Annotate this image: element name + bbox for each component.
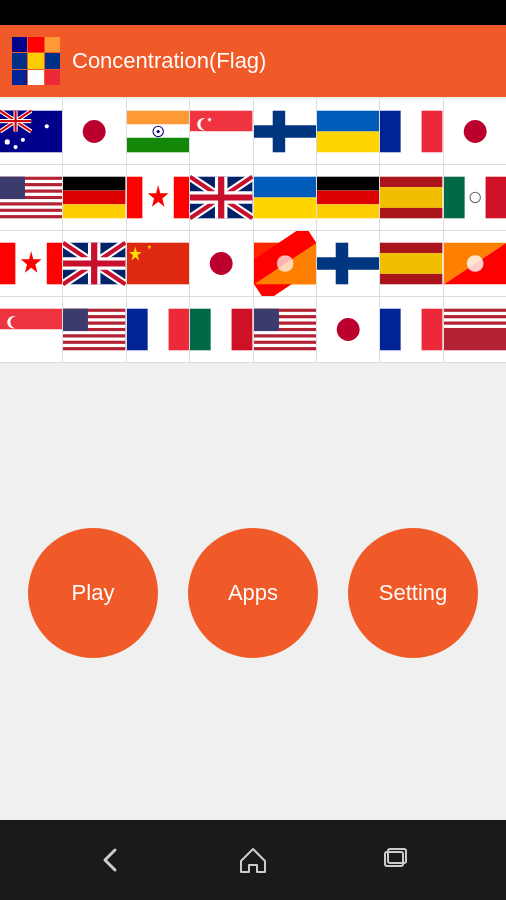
flag-japan-3[interactable]: [190, 231, 253, 296]
svg-rect-134: [380, 309, 401, 351]
flag-mexico-2[interactable]: [190, 297, 253, 362]
flag-uk-2[interactable]: [63, 231, 126, 296]
svg-rect-131: [254, 309, 279, 331]
svg-rect-41: [0, 206, 62, 209]
flag-china-1[interactable]: [127, 231, 190, 296]
svg-rect-69: [464, 177, 485, 219]
flag-finland-1[interactable]: [254, 99, 317, 164]
buttons-area: Play Apps Setting: [0, 468, 506, 718]
svg-rect-100: [380, 243, 442, 253]
svg-rect-46: [63, 204, 125, 218]
svg-rect-45: [63, 191, 125, 205]
nav-bar: [0, 820, 506, 900]
status-bar: [0, 0, 506, 25]
svg-rect-66: [380, 187, 442, 208]
flag-japan-1[interactable]: [63, 99, 126, 164]
svg-rect-18: [127, 138, 189, 153]
svg-rect-49: [174, 177, 190, 219]
flag-canada-2[interactable]: [0, 231, 63, 296]
home-button[interactable]: [228, 835, 278, 885]
flag-france-3[interactable]: [380, 297, 443, 362]
svg-rect-85: [127, 243, 189, 285]
svg-rect-107: [0, 330, 62, 351]
svg-point-13: [45, 124, 49, 128]
svg-rect-116: [63, 344, 125, 347]
svg-rect-119: [148, 309, 169, 351]
flag-partial-1[interactable]: [444, 297, 506, 362]
flag-usa-2[interactable]: [63, 297, 126, 362]
svg-rect-63: [317, 191, 379, 205]
svg-point-15: [83, 120, 106, 143]
svg-point-11: [14, 145, 18, 149]
svg-point-20: [156, 130, 159, 133]
play-button[interactable]: Play: [28, 528, 158, 658]
flag-germany-1[interactable]: [63, 165, 126, 230]
svg-rect-61: [254, 198, 316, 219]
back-button[interactable]: [86, 835, 136, 885]
svg-rect-65: [380, 177, 442, 187]
svg-point-10: [5, 139, 10, 144]
flag-france-1[interactable]: [380, 99, 443, 164]
svg-rect-129: [254, 338, 316, 341]
svg-rect-40: [0, 199, 62, 202]
svg-rect-42: [0, 212, 62, 215]
svg-marker-141: [241, 849, 265, 872]
svg-rect-16: [127, 111, 189, 126]
recents-button[interactable]: [370, 835, 420, 885]
flag-spain-1[interactable]: [380, 165, 443, 230]
svg-point-96: [276, 255, 293, 272]
flag-singapore-1[interactable]: [190, 99, 253, 164]
flag-bhutan-1[interactable]: [254, 231, 317, 296]
svg-rect-47: [127, 177, 143, 219]
flag-india-1[interactable]: [127, 99, 190, 164]
flag-mexico-1[interactable]: [444, 165, 506, 230]
svg-rect-62: [317, 177, 379, 191]
flag-spain-2[interactable]: [380, 231, 443, 296]
svg-rect-123: [232, 309, 253, 351]
svg-point-24: [201, 118, 213, 130]
svg-point-109: [10, 316, 22, 328]
flag-japan-4[interactable]: [317, 297, 380, 362]
flag-bhutan-2[interactable]: [444, 231, 506, 296]
flag-ukraine-1[interactable]: [317, 99, 380, 164]
svg-rect-74: [47, 243, 63, 285]
flag-japan-2[interactable]: [444, 99, 506, 164]
svg-rect-128: [254, 331, 316, 334]
svg-rect-115: [63, 338, 125, 341]
svg-rect-99: [336, 243, 348, 285]
flag-germany-2[interactable]: [317, 165, 380, 230]
app-bar: Concentration(Flag): [0, 25, 506, 97]
svg-rect-60: [254, 177, 316, 198]
flag-usa-3[interactable]: [254, 297, 317, 362]
flag-finland-2[interactable]: [317, 231, 380, 296]
flag-canada-1[interactable]: [127, 165, 190, 230]
flag-australia-1[interactable]: [0, 99, 63, 164]
svg-rect-130: [254, 344, 316, 347]
setting-button[interactable]: Setting: [348, 528, 478, 658]
flag-usa-1[interactable]: [0, 165, 63, 230]
svg-rect-72: [0, 243, 16, 285]
empty-area-2: [0, 718, 506, 821]
svg-point-133: [337, 318, 360, 341]
svg-rect-22: [190, 132, 252, 153]
flag-uk-1[interactable]: [190, 165, 253, 230]
svg-rect-43: [0, 177, 25, 199]
svg-point-105: [466, 255, 483, 272]
svg-rect-138: [444, 312, 506, 315]
svg-rect-139: [444, 318, 506, 321]
svg-rect-120: [168, 309, 189, 351]
flag-france-2[interactable]: [127, 297, 190, 362]
svg-rect-29: [317, 111, 379, 132]
svg-rect-122: [211, 309, 232, 351]
svg-point-35: [463, 120, 486, 143]
svg-rect-68: [444, 177, 465, 219]
flag-singapore-2[interactable]: [0, 297, 63, 362]
svg-point-89: [210, 252, 233, 275]
flag-ukraine-2[interactable]: [254, 165, 317, 230]
svg-rect-30: [317, 132, 379, 153]
svg-rect-135: [401, 309, 422, 351]
svg-rect-33: [422, 111, 443, 153]
svg-rect-140: [444, 325, 506, 328]
apps-button[interactable]: Apps: [188, 528, 318, 658]
flag-row-1: [0, 99, 506, 165]
